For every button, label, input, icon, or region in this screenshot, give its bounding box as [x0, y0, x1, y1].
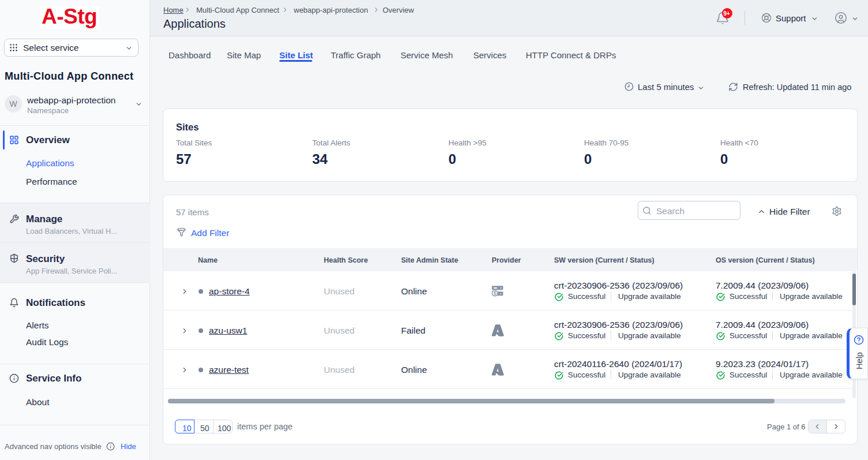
svg-text:5: 5 — [493, 290, 496, 296]
